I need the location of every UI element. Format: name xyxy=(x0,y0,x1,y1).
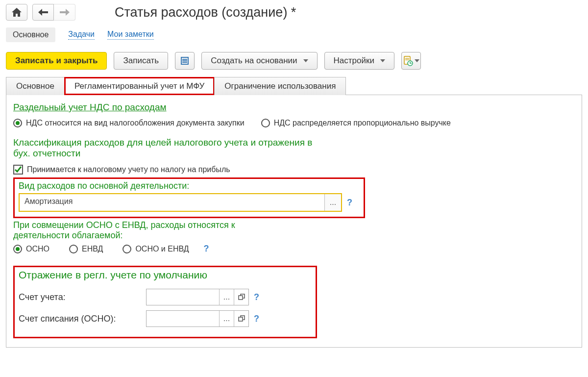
account-input-more[interactable]: ... xyxy=(219,289,234,305)
chevron-down-icon xyxy=(303,59,308,62)
account-label: Счет учета: xyxy=(19,292,141,302)
reg-defaults-title: Отражение в регл. учете по умолчанию xyxy=(19,269,207,281)
combine-osno[interactable]: ОСНО xyxy=(13,245,49,253)
expense-kind-more[interactable]: ... xyxy=(324,194,341,211)
tax-accepted-label: Принимается к налоговому учету по налогу… xyxy=(27,165,230,174)
open-icon xyxy=(238,294,245,301)
tab-main[interactable]: Основное xyxy=(6,77,65,95)
vat-option-doc-label: НДС относится на вид налогообложения док… xyxy=(26,119,245,127)
combine-osno-label: ОСНО xyxy=(26,245,49,253)
vat-option-revenue-label: НДС распределяется пропорционально выруч… xyxy=(274,119,451,127)
svg-rect-8 xyxy=(239,296,243,300)
radio-icon xyxy=(261,119,270,127)
combine-both[interactable]: ОСНО и ЕНВД xyxy=(122,245,189,253)
save-button[interactable]: Записать xyxy=(114,52,168,70)
combine-help[interactable]: ? xyxy=(204,244,209,254)
section-tasks-link[interactable]: Задачи xyxy=(68,30,95,40)
list-icon xyxy=(180,56,189,65)
writeoff-label: Счет списания (ОСНО): xyxy=(19,314,141,324)
home-icon xyxy=(12,8,22,17)
expense-kind-label: Вид расходов по основной деятельности: xyxy=(19,181,360,191)
combine-envd-label: ЕНВД xyxy=(82,245,103,253)
tab-reg-accounting[interactable]: Регламентированный учет и МФУ xyxy=(64,77,215,95)
expense-kind-help[interactable]: ? xyxy=(347,198,352,208)
expense-kind-value: Амортизация xyxy=(20,194,324,211)
tab-content: Раздельный учет НДС по расходам НДС отно… xyxy=(6,95,582,348)
writeoff-help[interactable]: ? xyxy=(254,314,259,324)
tab-restrictions[interactable]: Ограничение использования xyxy=(214,77,346,95)
settings-button[interactable]: Настройки xyxy=(324,52,394,70)
checkbox-icon xyxy=(13,165,23,175)
radio-icon xyxy=(13,245,22,253)
list-view-button[interactable] xyxy=(175,52,195,70)
chevron-down-icon xyxy=(380,59,385,62)
expense-kind-select[interactable]: Амортизация ... xyxy=(19,193,342,212)
settings-label: Настройки xyxy=(334,56,374,66)
tab-bar: Основное Регламентированный учет и МФУ О… xyxy=(6,76,582,95)
radio-icon xyxy=(69,245,78,253)
arrow-right-icon xyxy=(60,9,70,16)
writeoff-input-open[interactable] xyxy=(234,311,248,327)
classification-title: Классификация расходов для целей налогов… xyxy=(13,137,322,159)
writeoff-input-more[interactable]: ... xyxy=(219,311,234,327)
radio-icon xyxy=(122,245,131,253)
combine-label: При совмещении ОСНО с ЕНВД, расходы отно… xyxy=(13,220,288,241)
vat-option-revenue[interactable]: НДС распределяется пропорционально выруч… xyxy=(261,119,451,127)
reports-button[interactable] xyxy=(401,52,421,70)
open-icon xyxy=(238,315,245,322)
combine-both-label: ОСНО и ЕНВД xyxy=(135,245,189,253)
page-title: Статья расходов (создание) * xyxy=(115,5,296,20)
vat-section-title: Раздельный учет НДС по расходам xyxy=(13,102,167,113)
create-based-on-label: Создать на основании xyxy=(211,56,297,66)
writeoff-input-value xyxy=(147,311,219,327)
section-current[interactable]: Основное xyxy=(6,27,55,42)
arrow-left-icon xyxy=(38,9,48,16)
section-notes-link[interactable]: Мои заметки xyxy=(107,30,154,40)
account-input-value xyxy=(147,289,219,305)
account-input[interactable]: ... xyxy=(146,289,249,305)
account-help[interactable]: ? xyxy=(254,292,259,302)
forward-button xyxy=(54,4,75,21)
vat-option-doc[interactable]: НДС относится на вид налогообложения док… xyxy=(13,119,245,127)
document-clock-icon xyxy=(403,55,414,66)
home-button[interactable] xyxy=(6,4,27,21)
reg-defaults-block: Отражение в регл. учете по умолчанию Сче… xyxy=(13,266,317,338)
account-input-open[interactable] xyxy=(234,289,248,305)
svg-rect-9 xyxy=(239,317,243,321)
save-and-close-button[interactable]: Записать и закрыть xyxy=(6,52,107,70)
chevron-down-icon xyxy=(415,59,419,62)
writeoff-input[interactable]: ... xyxy=(146,310,249,327)
radio-icon xyxy=(13,119,22,127)
create-based-on-button[interactable]: Создать на основании xyxy=(201,52,317,70)
tax-accepted-checkbox[interactable]: Принимается к налоговому учету по налогу… xyxy=(13,165,230,175)
expense-kind-block: Вид расходов по основной деятельности: А… xyxy=(13,177,365,218)
combine-envd[interactable]: ЕНВД xyxy=(69,245,103,253)
back-button[interactable] xyxy=(32,4,54,21)
